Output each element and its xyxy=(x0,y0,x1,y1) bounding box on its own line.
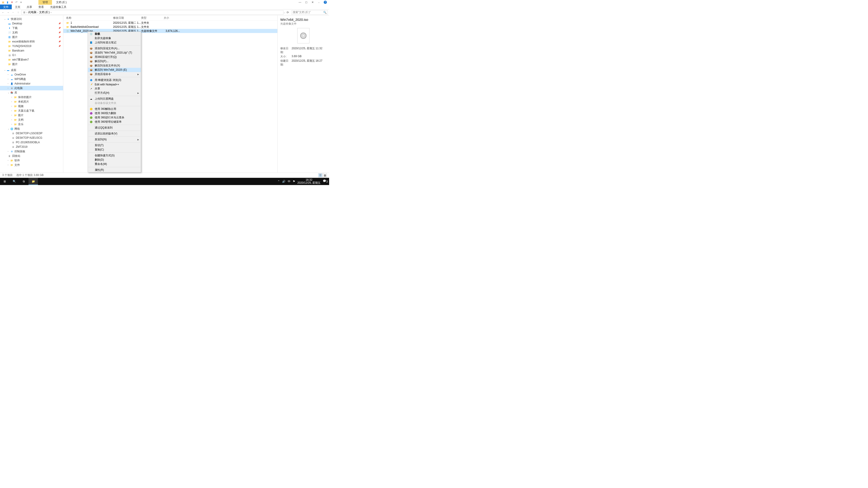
refresh-button[interactable]: ⟳ xyxy=(287,11,290,14)
chevron-right-icon[interactable]: › xyxy=(26,11,28,14)
context-menu-item[interactable]: 剪切(T) xyxy=(88,143,141,148)
tree-bandicam[interactable]: 📁Bandicam xyxy=(0,48,63,53)
back-button[interactable]: ← xyxy=(1,11,5,14)
context-menu-item[interactable]: 🟣使用 360强力删除 xyxy=(88,111,141,116)
context-menu-item[interactable]: 打开方式(H)▶ xyxy=(88,91,141,95)
tree-onedrive[interactable]: ›☁OneDrive xyxy=(0,72,63,77)
security-icon[interactable]: ⚑ xyxy=(293,180,295,183)
context-menu-item[interactable]: 创建快捷方式(S) xyxy=(88,153,141,158)
context-menu-item[interactable]: 📦用360压缩打开(Q) xyxy=(88,55,141,59)
tree-music[interactable]: ›📁音乐 xyxy=(0,122,63,127)
tree-pics2[interactable]: 📁图片 xyxy=(0,62,63,66)
context-menu-item[interactable]: 📘上传到有道云笔记 xyxy=(88,40,141,45)
tree-recycle[interactable]: 🗑回收站 xyxy=(0,154,63,158)
task-view-button[interactable]: ⧉ xyxy=(19,178,29,185)
context-menu-item[interactable]: 刻录光盘映像 xyxy=(88,36,141,40)
tree-tianyi[interactable]: ›📁天翼云盘下载 xyxy=(0,108,63,113)
tree-pc1[interactable]: 🖥DESKTOP-LSSOEDP xyxy=(0,131,63,135)
tree-pc2[interactable]: 🖥DESKTOP-NJEU3CG xyxy=(0,135,63,140)
context-menu-item[interactable]: 🔷用 蜂蜜浏览器 浏览(3) xyxy=(88,78,141,82)
forward-button[interactable]: → xyxy=(6,11,10,14)
context-menu-item[interactable]: 📦解压到(F)... xyxy=(88,59,141,64)
view-icons-button[interactable]: ▦ xyxy=(323,173,327,177)
context-menu-item[interactable]: 📦添加到 "Win7x64_2020.zip" (T) xyxy=(88,51,141,55)
tree-network[interactable]: ⌄🌐网络 xyxy=(0,127,63,131)
delete-icon[interactable]: ✕ xyxy=(10,1,13,4)
context-menu-item[interactable]: ↗共享 xyxy=(88,87,141,91)
tree-quick-access[interactable]: ⌄★快速访问 xyxy=(0,17,63,21)
save-icon[interactable]: ▮ xyxy=(6,1,9,4)
context-menu-item[interactable]: ☁上传到百度网盘 xyxy=(88,97,141,101)
file-row[interactable]: 📁1 2020/12/15, 星期二 1... 文件夹 xyxy=(63,21,277,25)
tree-excel[interactable]: 📁excel表格制作求和📌 xyxy=(0,39,63,44)
context-menu-item[interactable]: 🟢使用 360进行木马云查杀 xyxy=(88,116,141,120)
chevron-down-icon[interactable]: ⌄ xyxy=(317,1,320,4)
tab-manage[interactable]: 管理 xyxy=(38,0,52,5)
tab-iso-tools[interactable]: 光盘映像工具 xyxy=(47,4,70,9)
maximize-button[interactable]: ◻ xyxy=(305,1,308,4)
tree-docs2[interactable]: ›📁文档 xyxy=(0,118,63,122)
search-button[interactable]: 🔍 xyxy=(9,178,19,185)
minimize-button[interactable]: — xyxy=(298,1,302,4)
col-name[interactable]: 名称 xyxy=(63,16,113,20)
history-dropdown[interactable]: ⌄ xyxy=(11,11,15,14)
context-menu-item[interactable]: 还原以前的版本(V) xyxy=(88,131,141,136)
context-menu-item[interactable]: 📦添加到压缩文件(A)... xyxy=(88,46,141,51)
chevron-right-icon[interactable]: › xyxy=(37,11,39,14)
tree-this-pc[interactable]: ›🖥此电脑 xyxy=(0,86,63,90)
help-icon[interactable]: ? xyxy=(324,1,327,4)
crumb-doc-e[interactable]: 文档 (E:) xyxy=(39,10,50,14)
tab-view[interactable]: 查看 xyxy=(35,4,47,9)
tree-downloads[interactable]: ⬇下载📌 xyxy=(0,26,63,30)
tree-files[interactable]: ›📁文件 xyxy=(0,163,63,167)
tree-desktop[interactable]: ▬Desktop📌 xyxy=(0,21,63,26)
context-menu-item[interactable]: 📝Edit with Notepad++ xyxy=(88,82,141,87)
context-menu-item[interactable]: 发送到(N)▶ xyxy=(88,137,141,142)
tree-pics3[interactable]: ›📁图片 xyxy=(0,113,63,118)
search-input[interactable]: 搜索"文档 (E:)" 🔍 xyxy=(291,10,328,15)
volume-icon[interactable]: 🔊 xyxy=(282,180,285,183)
tab-file[interactable]: 文件 xyxy=(0,4,12,9)
up-button[interactable]: ↑ xyxy=(16,11,20,14)
tree-wps[interactable]: ›☁WPS网盘 xyxy=(0,77,63,81)
tree-documents[interactable]: 📄文档📌 xyxy=(0,30,63,35)
tree-library[interactable]: ⌄📚库 xyxy=(0,90,63,95)
chevron-right-icon[interactable]: › xyxy=(50,11,52,14)
clock[interactable]: 16:32 2020/12/25, 星期五 xyxy=(298,178,321,184)
tree-pc3[interactable]: 🖥PC-20190530OBLA xyxy=(0,140,63,144)
context-menu-item[interactable]: 复制(C) xyxy=(88,148,141,152)
tree-local-pics[interactable]: ›📁本机照片 xyxy=(0,99,63,104)
tree-control-panel[interactable]: ›⚙控制面板 xyxy=(0,149,63,154)
tray-chevron-icon[interactable]: ⌃ xyxy=(278,180,280,183)
context-menu-item[interactable]: 💿装载 xyxy=(88,32,141,36)
context-menu-item[interactable]: 📦解压到当前文件夹(X) xyxy=(88,64,141,68)
tree-desktopcn[interactable]: ⌄▬桌面 xyxy=(0,68,63,72)
ime-icon[interactable]: 中 xyxy=(288,180,290,184)
tree-admin[interactable]: ›👤Administrator xyxy=(0,81,63,86)
breadcrumb[interactable]: 🖥 › 此电脑 › 文档 (E:) › xyxy=(21,10,283,15)
context-menu-item[interactable]: 📦其他压缩命令▶ xyxy=(88,72,141,76)
qat-dropdown-icon[interactable]: ▾ xyxy=(20,1,23,4)
tree-saved-pics[interactable]: ›📁保存的图片 xyxy=(0,95,63,99)
notification-icon[interactable]: 💬3 xyxy=(323,180,328,183)
context-menu-item[interactable]: 🟢使用 360管理右键菜单 xyxy=(88,120,141,124)
tab-home[interactable]: 主页 xyxy=(12,4,24,9)
context-menu-item[interactable]: 🟡使用 360解除占用 xyxy=(88,107,141,111)
tree-software[interactable]: ›📁软件 xyxy=(0,158,63,163)
tree-gdrive[interactable]: ▤G:\ xyxy=(0,53,63,57)
tab-share[interactable]: 共享 xyxy=(24,4,35,9)
crumb-this-pc[interactable]: 此电脑 xyxy=(28,10,36,14)
explorer-taskbar-button[interactable]: 📁 xyxy=(29,178,38,185)
tree-video[interactable]: ›📁视频 xyxy=(0,104,63,108)
col-date[interactable]: 修改日期 xyxy=(113,16,141,20)
file-row[interactable]: 📁BaiduNetdiskDownload 2020/12/25, 星期五 1.… xyxy=(63,25,277,29)
context-menu-item[interactable]: 通过QQ发送到 xyxy=(88,126,141,130)
context-menu-item[interactable]: 属性(R) xyxy=(88,168,141,172)
col-size[interactable]: 大小 xyxy=(164,16,182,20)
tree-pictures[interactable]: 🖼图片📌 xyxy=(0,35,63,39)
context-menu-item[interactable]: 📦解压到 Win7x64_2020\ (E) xyxy=(88,68,141,72)
tree-win7[interactable]: 📁win7重装win7 xyxy=(0,57,63,62)
tree-yunqi[interactable]: 📁YUNQISHI2019📌 xyxy=(0,44,63,48)
tree-pc4[interactable]: 🖥ZMT2019 xyxy=(0,144,63,149)
close-button[interactable]: ✕ xyxy=(311,1,314,4)
